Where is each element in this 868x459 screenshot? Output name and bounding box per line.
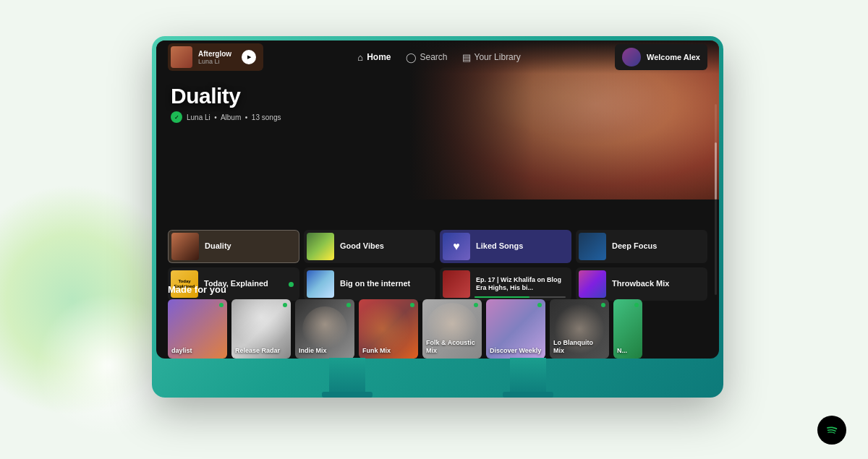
search-icon: ◯ xyxy=(406,52,417,63)
made-card-discover-weekly-label: Discover Weekly xyxy=(490,347,542,355)
nav-links: ⌂ Home ◯ Search ▤ Your Library xyxy=(357,52,521,63)
section-title-made-for-you: Made for you xyxy=(168,284,719,295)
now-playing-thumbnail xyxy=(171,46,192,68)
now-playing-pill[interactable]: Afterglow Luna Li xyxy=(168,43,263,71)
spotify-logo xyxy=(817,416,846,445)
play-button[interactable] xyxy=(242,50,256,64)
n-dot xyxy=(634,303,639,307)
card-duality[interactable]: Duality xyxy=(168,230,299,263)
album-title: Duality xyxy=(171,84,281,108)
navbar: Afterglow Luna Li ⌂ Home ◯ Search ▤ Your… xyxy=(156,40,719,74)
made-card-daylist-label: daylist xyxy=(171,347,224,355)
nav-library-label: Your Library xyxy=(475,52,521,62)
discover-weekly-dot xyxy=(537,303,542,307)
made-card-indie-mix[interactable]: Indie Mix xyxy=(295,299,354,359)
user-avatar xyxy=(622,48,641,67)
nav-search-label: Search xyxy=(420,52,448,62)
card-good-vibes-thumb xyxy=(307,233,334,260)
stand-leg-right xyxy=(510,358,546,398)
funk-mix-dot xyxy=(410,303,414,307)
home-icon: ⌂ xyxy=(357,52,363,63)
made-card-n[interactable]: N... xyxy=(613,299,642,359)
heart-icon: ♥ xyxy=(453,240,460,253)
lo-blanquito-dot xyxy=(601,303,605,307)
welcome-badge: Welcome Alex xyxy=(615,44,707,70)
made-card-lo-blanquito[interactable]: Lo Blanquito Mix xyxy=(550,299,609,359)
indie-mix-dot xyxy=(346,303,351,307)
scroll-indicator xyxy=(715,104,717,295)
tv-screen: Afterglow Luna Li ⌂ Home ◯ Search ▤ Your… xyxy=(156,40,719,359)
made-for-you-cards: daylist Release Radar Indie Mix xyxy=(168,299,719,359)
now-playing-title: Afterglow xyxy=(198,50,231,58)
card-deep-focus-thumb xyxy=(579,233,606,260)
made-for-you-section: Made for you daylist Release Radar xyxy=(168,284,719,359)
tv-stand xyxy=(329,358,546,398)
card-good-vibes-label: Good Vibes xyxy=(340,241,384,251)
made-card-folk-mix-label: Folk & Acoustic Mix xyxy=(426,339,478,355)
made-card-n-label: N... xyxy=(617,347,639,355)
now-playing-info: Afterglow Luna Li xyxy=(198,50,231,65)
nav-library[interactable]: ▤ Your Library xyxy=(462,52,521,63)
made-card-discover-weekly[interactable]: Discover Weekly xyxy=(486,299,545,359)
made-card-indie-mix-label: Indie Mix xyxy=(299,347,351,355)
nav-search[interactable]: ◯ Search xyxy=(406,52,448,63)
card-deep-focus[interactable]: Deep Focus xyxy=(576,230,707,263)
card-duality-label: Duality xyxy=(205,241,231,251)
card-good-vibes[interactable]: Good Vibes xyxy=(304,230,435,263)
card-liked-label: Liked Songs xyxy=(476,241,523,251)
release-radar-dot xyxy=(283,303,287,307)
daylist-dot xyxy=(219,303,224,307)
card-duality-thumb xyxy=(171,233,199,260)
made-card-lo-blanquito-label: Lo Blanquito Mix xyxy=(553,339,605,355)
folk-mix-dot xyxy=(474,303,478,307)
tv-frame: Afterglow Luna Li ⌂ Home ◯ Search ▤ Your… xyxy=(152,36,723,398)
nav-home-label: Home xyxy=(367,52,391,62)
stand-leg-left xyxy=(329,358,365,398)
card-liked-thumb: ♥ xyxy=(443,233,470,260)
made-card-funk-mix-label: Funk Mix xyxy=(362,347,414,355)
made-card-daylist[interactable]: daylist xyxy=(168,299,227,359)
welcome-text: Welcome Alex xyxy=(647,53,700,61)
spotify-icon xyxy=(823,421,841,439)
made-card-release-radar-label: Release Radar xyxy=(235,347,287,355)
made-card-folk-mix[interactable]: Folk & Acoustic Mix xyxy=(422,299,482,359)
album-info: Duality ✓ Luna Li • Album • 13 songs xyxy=(171,84,281,123)
now-playing-artist: Luna Li xyxy=(198,58,231,65)
card-liked-songs[interactable]: ♥ Liked Songs xyxy=(440,230,571,263)
nav-home[interactable]: ⌂ Home xyxy=(357,52,391,63)
artist-verified-icon: ✓ xyxy=(171,111,182,123)
album-artist: Luna Li • Album • 13 songs xyxy=(187,113,281,121)
scroll-thumb xyxy=(715,142,717,200)
made-card-funk-mix[interactable]: Funk Mix xyxy=(359,299,418,359)
library-icon: ▤ xyxy=(462,52,471,63)
album-meta: ✓ Luna Li • Album • 13 songs xyxy=(171,111,281,123)
card-deep-focus-label: Deep Focus xyxy=(612,241,657,251)
made-card-release-radar[interactable]: Release Radar xyxy=(231,299,291,359)
